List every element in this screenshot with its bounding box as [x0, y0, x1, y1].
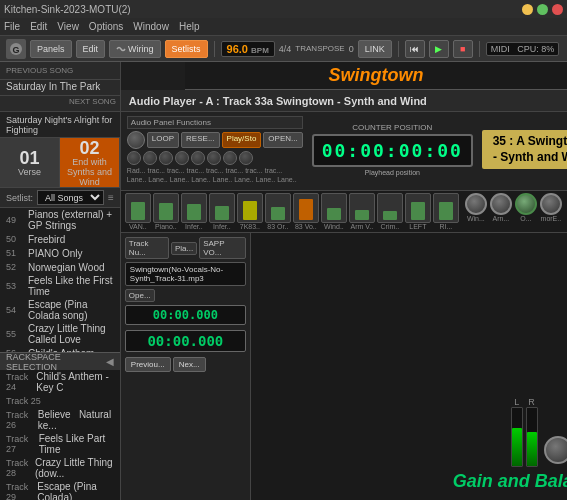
sapp-btn[interactable]: SAPP VO... [199, 237, 246, 259]
rackspace-item[interactable]: Track 25 [0, 394, 120, 408]
fader-2[interactable] [153, 193, 179, 223]
loop-button[interactable]: LOOP [147, 132, 179, 148]
transpose-value: 0 [349, 44, 354, 54]
bpm-display: 96.0 BPM [221, 41, 275, 57]
playstop-button[interactable]: Play/Sto [222, 132, 262, 148]
rackspace-item[interactable]: Track 26Believe Natural ke... [0, 408, 120, 432]
fader-11[interactable] [405, 193, 431, 223]
rackspace-options-icon[interactable]: ◀ [106, 356, 114, 367]
open-button[interactable]: OPEN... [263, 132, 302, 148]
next-track-btn[interactable]: Nex... [173, 357, 206, 372]
track-knob-6[interactable] [207, 151, 221, 165]
ope-btn[interactable]: Ope... [125, 289, 155, 302]
fader-4[interactable] [209, 193, 235, 223]
rackspace-label: RACKSPACE SELECTION [6, 352, 106, 372]
right-panel: Swingtown Audio Player - A : Track 33a S… [121, 62, 567, 500]
menu-options[interactable]: Options [89, 21, 123, 32]
main-area: PREVIOUS SONG Saturday In The Park NEXT … [0, 62, 567, 500]
wiring-button[interactable]: Wiring [109, 40, 161, 58]
track-info-panel: Track Nu... Pla... SAPP VO... Swingtown(… [121, 233, 251, 500]
next-song-area: NEXT SONG [0, 96, 120, 112]
rotary-more[interactable] [540, 193, 562, 215]
play-btn[interactable]: Pla... [171, 242, 197, 255]
fader-group-1: VAN.. [125, 193, 151, 230]
audio-player-header: Audio Player - A : Track 33a Swingtown -… [121, 90, 567, 112]
list-item[interactable]: 53Feels Like the First Time [0, 274, 120, 298]
track-knob-1[interactable] [127, 151, 141, 165]
reset-button[interactable]: RESE... [181, 132, 219, 148]
rewind-button[interactable]: ⏮ [405, 40, 425, 58]
rotary-arn[interactable] [490, 193, 512, 215]
fader-5[interactable] [237, 193, 263, 223]
rotary-win[interactable] [465, 193, 487, 215]
fader-group-7: 83 Vo.. [293, 193, 319, 230]
fader-12[interactable] [433, 193, 459, 223]
fader-group-11: LEFT [405, 193, 431, 230]
meter-right [526, 407, 538, 467]
list-item[interactable]: 50Freebird [0, 232, 120, 246]
part-verse[interactable]: 01 Verse [0, 138, 60, 187]
prev-song-area: PREVIOUS SONG [0, 62, 120, 80]
minimize-btn[interactable] [522, 4, 533, 15]
fader-8[interactable] [321, 193, 347, 223]
play-button[interactable]: ▶ [429, 40, 449, 58]
menu-window[interactable]: Window [133, 21, 169, 32]
window-controls[interactable] [522, 4, 563, 15]
menu-bar: File Edit View Options Window Help [0, 18, 567, 36]
panels-button[interactable]: Panels [30, 40, 72, 58]
lane-labels-row: Lane.. Lane.. Lane.. Lane.. Lane.. Lane.… [127, 176, 303, 183]
part-end-synths[interactable]: 02 End with Synths and Wind [60, 138, 120, 187]
song-list[interactable]: 49Pianos (external) + GP Strings 50Freeb… [0, 208, 120, 352]
setlists-button[interactable]: Setlists [165, 40, 208, 58]
list-item[interactable]: 55Crazy Little Thing Called Love [0, 322, 120, 346]
fader-7[interactable] [293, 193, 319, 223]
close-btn[interactable] [552, 4, 563, 15]
transpose-label: TRANSPOSE [295, 44, 344, 53]
menu-help[interactable]: Help [179, 21, 200, 32]
fader-10[interactable] [377, 193, 403, 223]
track-knob-7[interactable] [223, 151, 237, 165]
rackspace-item[interactable]: Track 29Escape (Pina Colada) [0, 480, 120, 500]
rackspace-header: RACKSPACE SELECTION ◀ [0, 352, 120, 370]
filename-display: Swingtown(No-Vocals-No-Synth_Track-31.mp… [125, 262, 246, 286]
list-item[interactable]: 54Escape (Pina Colada song) [0, 298, 120, 322]
track-knob-4[interactable] [175, 151, 189, 165]
track-knob-3[interactable] [159, 151, 173, 165]
menu-edit[interactable]: Edit [30, 21, 47, 32]
rotary-o[interactable] [515, 193, 537, 215]
rackspace-item[interactable]: Track 24Child's Anthem - Key C [0, 370, 120, 394]
prev-track-btn[interactable]: Previou... [125, 357, 171, 372]
edit-button[interactable]: Edit [76, 40, 106, 58]
menu-view[interactable]: View [57, 21, 79, 32]
toolbar-divider-2 [398, 41, 399, 57]
volume-knob[interactable] [127, 131, 145, 149]
track-knob-2[interactable] [143, 151, 157, 165]
svg-text:G: G [12, 45, 19, 55]
list-item[interactable]: 51PIANO Only [0, 246, 120, 260]
rackspace-item[interactable]: Track 28Crazy Little Thing (dow... [0, 456, 120, 480]
rotary-group-more: morE.. [540, 193, 562, 222]
fader-3[interactable] [181, 193, 207, 223]
track-knob-5[interactable] [191, 151, 205, 165]
rackspace-list[interactable]: Track 24Child's Anthem - Key C Track 25 … [0, 370, 120, 500]
gain-balance-panel: L R [251, 233, 567, 500]
parts-area: 01 Verse 02 End with Synths and Wind [0, 138, 120, 188]
stop-button[interactable]: ■ [453, 40, 473, 58]
fader-6[interactable] [265, 193, 291, 223]
gain-knob[interactable] [544, 436, 567, 464]
maximize-btn[interactable] [537, 4, 548, 15]
setlist-dropdown[interactable]: All Songs [37, 190, 104, 205]
setlist-options-icon[interactable]: ≡ [108, 192, 114, 203]
list-item[interactable]: 52Norwegian Wood [0, 260, 120, 274]
fader-group-9: Arm V.. [349, 193, 375, 230]
gain-balance-content: L R [511, 397, 567, 467]
link-button[interactable]: LINK [358, 40, 392, 58]
track-knob-8[interactable] [239, 151, 253, 165]
fader-9[interactable] [349, 193, 375, 223]
audio-panel-functions-label: Audio Panel Functions [127, 116, 303, 129]
track-num-btn[interactable]: Track Nu... [125, 237, 169, 259]
list-item[interactable]: 49Pianos (external) + GP Strings [0, 208, 120, 232]
fader-1[interactable] [125, 193, 151, 223]
rackspace-item[interactable]: Track 27Feels Like Part Time [0, 432, 120, 456]
menu-file[interactable]: File [4, 21, 20, 32]
